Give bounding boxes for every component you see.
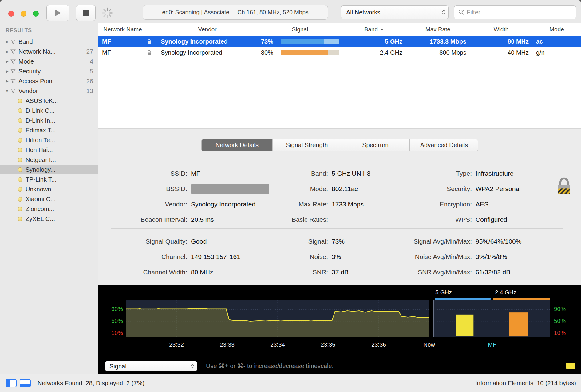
x-tick-now: Now — [423, 341, 435, 348]
sidebar-header: RESULTS — [0, 27, 98, 37]
lock-icon — [147, 50, 152, 56]
band-cell: 2.4 GHz — [342, 49, 406, 56]
sidebar-item-unknown[interactable]: Unknown — [0, 184, 98, 194]
signal-value: 73% — [332, 234, 396, 249]
vendor-dot-icon — [18, 99, 22, 103]
sidebar-item-dlink-c[interactable]: D-Link C... — [0, 106, 98, 116]
sidebar-group-mode[interactable]: ▶ Mode 4 — [0, 57, 98, 66]
vendor-item-label: Hon Hai... — [26, 147, 53, 154]
signal-label: Signal: — [291, 234, 332, 249]
scan-status-text: en0: Scanning | Associate..., Ch 161, 80… — [143, 5, 328, 20]
sidebar-item-dlink-in[interactable]: D-Link In... — [0, 116, 98, 125]
sidebar-item-edimax[interactable]: Edimax T... — [0, 125, 98, 135]
sidebar-item-tplink[interactable]: TP-Link T... — [0, 174, 98, 184]
network-name: MF — [102, 38, 111, 45]
network-name: MF — [102, 49, 111, 56]
band-bar-0 — [456, 315, 474, 336]
signal-avg-label: Signal Avg/Min/Max: — [396, 234, 476, 249]
disclosure-triangle-icon[interactable]: ▼ — [4, 89, 10, 93]
network-row-mf-5ghz[interactable]: MF Synology Incorporated 73% 5 GHz 1733.… — [98, 36, 581, 47]
disclosure-triangle-icon[interactable]: ▶ — [4, 40, 10, 44]
tab-spectrum[interactable]: Spectrum — [341, 139, 410, 151]
minimize-window-button[interactable] — [21, 11, 26, 17]
sidebar-toggle-icon[interactable] — [6, 379, 17, 387]
max-rate-value: 1733 Mbps — [332, 197, 396, 212]
vendor-dot-icon — [18, 187, 22, 192]
y-tick-90: 90% — [105, 306, 123, 312]
vendor-item-label: D-Link In... — [26, 117, 55, 124]
details-tabs: Network Details Signal Strength Spectrum… — [201, 139, 478, 151]
filter-input[interactable] — [467, 9, 572, 16]
close-window-button[interactable] — [8, 11, 14, 17]
tab-advanced-details[interactable]: Advanced Details — [410, 139, 478, 151]
channel-label: Channel: — [98, 249, 191, 265]
band-bar-1 — [509, 312, 528, 336]
filter-field[interactable] — [454, 5, 576, 19]
mode-label: Mode: — [291, 181, 332, 197]
sidebar-item-synology[interactable]: Synology... — [0, 165, 98, 174]
details-panel: Network Details Signal Strength Spectrum… — [98, 128, 581, 285]
security-label: Security: — [396, 181, 476, 197]
legend-24ghz-label: 2.4 GHz — [495, 289, 516, 296]
snr-avg-label: SNR Avg/Min/Max: — [396, 265, 476, 280]
encryption-value: AES — [476, 197, 581, 212]
bottom-panel-toggle-icon[interactable] — [20, 379, 31, 387]
wps-label: WPS: — [396, 212, 476, 227]
status-bar: Networks Found: 28, Displayed: 2 (7%) In… — [0, 374, 581, 392]
sidebar-group-security[interactable]: ▶ Security 5 — [0, 66, 98, 76]
traffic-lights — [8, 11, 39, 17]
disclosure-triangle-icon[interactable]: ▶ — [4, 59, 10, 64]
vendor-dot-icon — [18, 108, 22, 113]
noise-avg-label: Noise Avg/Min/Max: — [396, 249, 476, 265]
play-icon — [55, 9, 61, 17]
signal-percent: 73% — [261, 38, 277, 45]
main-content: Network Name Vendor Signal Band Max Rate… — [98, 23, 581, 374]
network-scope-select[interactable]: All Networks — [341, 5, 449, 19]
legend-5ghz-label: 5 GHz — [435, 289, 452, 296]
column-header-band[interactable]: Band — [342, 23, 406, 36]
disclosure-triangle-icon[interactable]: ▶ — [4, 49, 10, 54]
vendor-item-label: D-Link C... — [26, 107, 54, 114]
column-header-max-rate[interactable]: Max Rate — [406, 23, 470, 36]
table-header: Network Name Vendor Signal Band Max Rate… — [98, 23, 581, 36]
column-header-signal[interactable]: Signal — [258, 23, 342, 36]
y-tick-50: 50% — [105, 318, 123, 324]
tab-signal-strength[interactable]: Signal Strength — [273, 139, 341, 151]
column-header-mode[interactable]: Mode — [532, 23, 581, 36]
tab-network-details[interactable]: Network Details — [202, 139, 273, 151]
sidebar-group-access-point[interactable]: ▶ Access Point 26 — [0, 76, 98, 86]
sidebar-item-asustek[interactable]: ASUSTeK... — [0, 96, 98, 106]
stop-scan-button[interactable] — [76, 5, 96, 21]
column-header-vendor[interactable]: Vendor — [157, 23, 258, 36]
network-row-mf-24ghz[interactable]: MF Synology Incorporated 80% 2.4 GHz 800… — [98, 47, 581, 58]
sidebar-group-network-name[interactable]: ▶ Network Na... 27 — [0, 47, 98, 57]
zoom-window-button[interactable] — [33, 11, 39, 17]
disclosure-triangle-icon[interactable]: ▶ — [4, 79, 10, 83]
column-header-network-name[interactable]: Network Name — [98, 23, 157, 36]
network-scope-value: All Networks — [346, 9, 380, 16]
y-tick-50-right: 50% — [554, 318, 572, 324]
vendor-item-label: Edimax T... — [26, 127, 56, 134]
channel-width-value: 80 MHz — [191, 265, 291, 280]
disclosure-triangle-icon[interactable]: ▶ — [4, 69, 10, 73]
sidebar-group-vendor[interactable]: ▼ Vendor 13 — [0, 86, 98, 96]
sidebar-item-hitron[interactable]: Hitron Te... — [0, 135, 98, 145]
start-scan-button[interactable] — [46, 5, 69, 21]
sidebar-item-xiaomi[interactable]: Xiaomi C... — [0, 194, 98, 204]
series-color-swatch[interactable] — [566, 363, 575, 369]
column-header-width[interactable]: Width — [470, 23, 532, 36]
sidebar-group-count: 13 — [86, 88, 93, 95]
sidebar-item-hon-hai[interactable]: Hon Hai... — [0, 145, 98, 155]
chart-metric-select[interactable]: Signal — [105, 361, 197, 371]
beacon-interval-label: Beacon Interval: — [98, 212, 191, 227]
sidebar-group-band[interactable]: ▶ Band — [0, 37, 98, 47]
bssid-label: BSSID: — [98, 181, 191, 197]
ssid-label: SSID: — [98, 166, 191, 181]
vendor-item-label: Netgear I... — [26, 156, 56, 163]
channel-value: 149 153 157161 — [191, 249, 291, 265]
vendor-dot-icon — [18, 197, 22, 202]
sidebar-item-zyxel[interactable]: ZyXEL C... — [0, 214, 98, 224]
x-tick-2335: 23:35 — [321, 341, 335, 348]
sidebar-item-netgear[interactable]: Netgear I... — [0, 155, 98, 165]
sidebar-item-zioncom[interactable]: Zioncom... — [0, 204, 98, 214]
